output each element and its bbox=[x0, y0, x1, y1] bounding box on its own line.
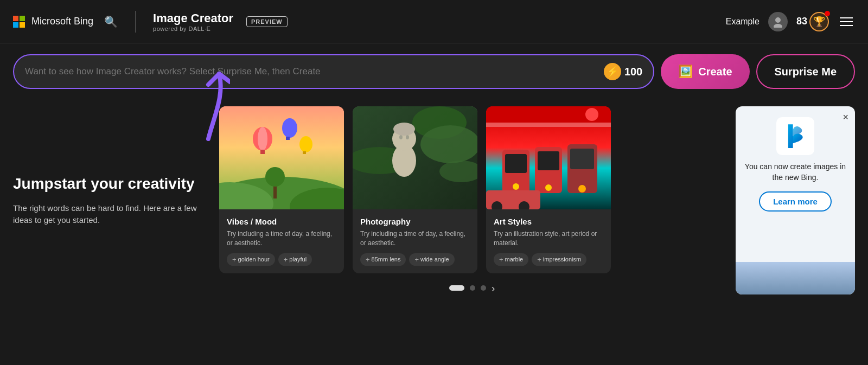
coin-count: 83 bbox=[796, 16, 807, 27]
card-image-2 bbox=[353, 106, 477, 209]
svg-rect-33 bbox=[538, 151, 559, 170]
powered-by-label: powered by DALL·E bbox=[153, 25, 233, 32]
menu-line-2 bbox=[840, 21, 853, 22]
avatar[interactable] bbox=[768, 12, 788, 31]
svg-point-0 bbox=[775, 17, 781, 23]
svg-point-11 bbox=[282, 118, 297, 138]
svg-rect-14 bbox=[303, 151, 306, 154]
svg-point-37 bbox=[578, 185, 586, 193]
create-label: Create bbox=[698, 66, 732, 78]
coin-icon: 🏆 bbox=[809, 12, 829, 31]
boost-count: ⚡ 100 bbox=[604, 63, 642, 80]
pagination-dot-3[interactable] bbox=[481, 285, 486, 291]
lightning-icon: ⚡ bbox=[604, 63, 621, 80]
left-panel: Jumpstart your creativity The right word… bbox=[13, 106, 208, 294]
search-area: ⚡ 100 🖼️ Create Surprise Me bbox=[0, 43, 868, 98]
menu-line-3 bbox=[840, 25, 853, 26]
svg-point-1 bbox=[774, 24, 782, 28]
svg-rect-10 bbox=[260, 150, 265, 154]
learn-more-button[interactable]: Learn more bbox=[759, 191, 832, 212]
tag-playful[interactable]: + playful bbox=[278, 253, 312, 266]
card-image-1 bbox=[219, 106, 344, 209]
pagination-dot-2[interactable] bbox=[470, 285, 475, 291]
tag-wide-angle[interactable]: + wide angle bbox=[409, 253, 454, 266]
bing-logo-large bbox=[776, 117, 814, 155]
jumpstart-description: The right words can be hard to find. Her… bbox=[13, 202, 208, 227]
surprise-me-button[interactable]: Surprise Me bbox=[756, 54, 855, 89]
svg-point-9 bbox=[258, 127, 267, 151]
brand-name: Microsoft Bing bbox=[31, 16, 93, 27]
ad-close-button[interactable]: × bbox=[843, 112, 848, 123]
menu-button[interactable] bbox=[838, 15, 855, 28]
header-right: Example 83 🏆 bbox=[726, 12, 855, 31]
svg-point-17 bbox=[420, 125, 477, 163]
jumpstart-title: Jumpstart your creativity bbox=[13, 174, 208, 194]
svg-rect-12 bbox=[286, 137, 290, 140]
svg-point-24 bbox=[393, 123, 415, 136]
cards-row: Vibes / Mood Try including a time of day… bbox=[219, 106, 725, 273]
card-vibes-mood: Vibes / Mood Try including a time of day… bbox=[219, 106, 344, 273]
tag-golden-hour[interactable]: + golden hour bbox=[227, 253, 275, 266]
card-2-body: Photography Try including a time of day,… bbox=[353, 209, 477, 273]
card-1-title: Vibes / Mood bbox=[227, 217, 336, 226]
svg-point-34 bbox=[545, 184, 552, 191]
svg-point-22 bbox=[399, 135, 403, 139]
svg-rect-27 bbox=[486, 123, 611, 127]
card-3-body: Art Styles Try an illustration style, ar… bbox=[486, 209, 611, 273]
header: Microsoft Bing 🔍 Image Creator powered b… bbox=[0, 0, 868, 43]
card-1-desc: Try including a time of day, a feeling, … bbox=[227, 229, 336, 248]
ad-panel: × You can now create images in the new B… bbox=[736, 106, 855, 294]
svg-point-7 bbox=[265, 167, 285, 187]
notification-dot bbox=[825, 11, 830, 16]
search-icon-button[interactable]: 🔍 bbox=[104, 15, 118, 28]
card-2-tags: + 85mm lens + wide angle bbox=[360, 253, 470, 266]
svg-rect-30 bbox=[505, 154, 527, 173]
boost-number: 100 bbox=[624, 66, 642, 78]
coin-badge[interactable]: 83 🏆 bbox=[796, 12, 829, 31]
card-3-title: Art Styles bbox=[494, 217, 603, 226]
card-art-styles: Art Styles Try an illustration style, ar… bbox=[486, 106, 611, 273]
svg-point-28 bbox=[585, 108, 598, 121]
header-divider bbox=[135, 11, 136, 33]
search-input[interactable] bbox=[25, 66, 604, 77]
card-2-title: Photography bbox=[360, 217, 470, 226]
logo-cell-yellow bbox=[20, 22, 25, 28]
image-creator-info: Image Creator powered by DALL·E bbox=[153, 11, 233, 32]
tag-impressionism[interactable]: + impressionism bbox=[532, 253, 586, 266]
pagination-dot-1[interactable] bbox=[449, 285, 464, 291]
svg-point-13 bbox=[299, 136, 312, 152]
svg-rect-36 bbox=[570, 149, 594, 169]
surprise-label: Surprise Me bbox=[775, 66, 837, 78]
tag-85mm[interactable]: + 85mm lens bbox=[360, 253, 406, 266]
header-left: Microsoft Bing 🔍 Image Creator powered b… bbox=[13, 11, 288, 33]
logo-cell-red bbox=[13, 16, 18, 21]
pagination-next[interactable]: › bbox=[492, 282, 495, 294]
svg-point-23 bbox=[406, 135, 409, 139]
ad-background-gradient bbox=[736, 262, 855, 294]
card-image-3 bbox=[486, 106, 611, 209]
search-bar-wrapper: ⚡ 100 bbox=[13, 54, 654, 89]
create-icon: 🖼️ bbox=[678, 65, 693, 79]
create-button[interactable]: 🖼️ Create bbox=[661, 54, 749, 89]
pagination: › bbox=[219, 282, 725, 294]
image-creator-title: Image Creator bbox=[153, 11, 233, 25]
logo-cell-green bbox=[20, 16, 25, 21]
card-1-tags: + golden hour + playful bbox=[227, 253, 336, 266]
microsoft-logo bbox=[13, 16, 25, 28]
card-3-tags: + marble + impressionism bbox=[494, 253, 603, 266]
card-photography: Photography Try including a time of day,… bbox=[353, 106, 477, 273]
card-2-desc: Try including a time of day, a feeling, … bbox=[360, 229, 470, 248]
svg-point-31 bbox=[513, 183, 519, 190]
menu-line-1 bbox=[840, 17, 853, 18]
user-name: Example bbox=[726, 17, 760, 27]
preview-badge: PREVIEW bbox=[246, 16, 288, 27]
main-content: Jumpstart your creativity The right word… bbox=[0, 98, 868, 303]
tag-marble[interactable]: + marble bbox=[494, 253, 528, 266]
ad-text: You can now create images in the new Bin… bbox=[744, 162, 846, 183]
cards-area: Vibes / Mood Try including a time of day… bbox=[219, 106, 725, 294]
card-1-body: Vibes / Mood Try including a time of day… bbox=[219, 209, 344, 273]
card-3-desc: Try an illustration style, art period or… bbox=[494, 229, 603, 248]
logo-cell-blue bbox=[13, 22, 18, 28]
